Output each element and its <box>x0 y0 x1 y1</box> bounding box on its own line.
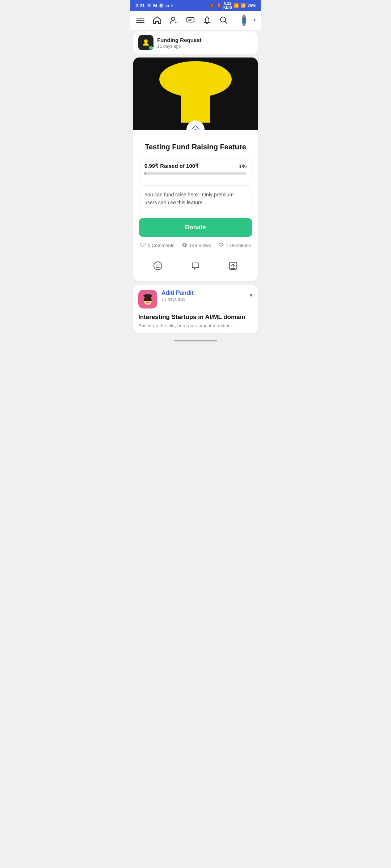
comments-icon <box>140 242 146 249</box>
actions-row <box>139 254 252 275</box>
svg-point-17 <box>159 265 159 265</box>
time-display: 2:21 <box>135 3 145 8</box>
fund-hero-image <box>133 58 258 130</box>
views-icon <box>182 242 188 249</box>
chat-icon[interactable] <box>185 15 196 25</box>
card2-header: Aditi Pandit 11 days ago ▾ <box>138 290 253 309</box>
signal-icon: 📶 <box>241 3 246 8</box>
add-person-icon[interactable] <box>169 15 179 25</box>
search-icon[interactable] <box>219 15 229 25</box>
donations-icon <box>218 242 224 249</box>
progress-info-row: 0.99₹ Raised of 100₹ 1% <box>144 163 247 169</box>
card2-expand-icon[interactable]: ▾ <box>249 291 253 299</box>
svg-rect-1 <box>136 20 144 21</box>
user-avatar[interactable]: 👤 <box>242 14 246 26</box>
card2-author-name[interactable]: Aditi Pandit <box>161 290 245 296</box>
emoji-reaction-button[interactable] <box>150 258 166 274</box>
svg-point-3 <box>172 17 175 21</box>
hero-rect-shape <box>181 79 210 123</box>
mute-icon: 🔕 <box>210 3 215 8</box>
mail-icon: M <box>153 3 157 8</box>
progress-raised-text: 0.99₹ Raised of 100₹ <box>144 163 199 169</box>
comments-stat: 0 Comments <box>140 242 175 249</box>
call-icon: 📵 <box>216 3 222 8</box>
aditi-avatar <box>138 290 157 309</box>
svg-point-12 <box>144 39 148 43</box>
progress-track <box>144 172 247 175</box>
wifi-icon: 📶 <box>234 3 239 8</box>
donations-count: 1 Donations <box>226 243 251 248</box>
partial-card-title: Funding Request <box>157 37 202 43</box>
card2-meta: Aditi Pandit 11 days ago <box>161 290 245 302</box>
svg-rect-6 <box>187 17 194 22</box>
bell-icon[interactable] <box>202 15 212 25</box>
views-count: 148 Views <box>189 243 211 248</box>
partial-card-info: Funding Request 11 days ago <box>157 37 202 49</box>
fund-card-title: Testing Fund Raising Feature <box>139 142 252 152</box>
partial-card-time: 11 days ago <box>157 44 202 49</box>
nav-bar: 👤 ▾ <box>130 11 261 30</box>
svg-point-13 <box>195 130 197 130</box>
linkedin-icon: in <box>165 3 169 8</box>
views-stat: 148 Views <box>182 242 211 249</box>
progress-fill <box>144 172 146 175</box>
fund-description-text: You can fund raise here , Only premium u… <box>144 191 247 207</box>
online-indicator <box>149 46 153 50</box>
progress-percent: 1% <box>239 163 247 169</box>
comment-button[interactable] <box>188 258 203 274</box>
home-bar <box>174 340 217 341</box>
aditi-pandit-card: Aditi Pandit 11 days ago ▾ Interesting S… <box>133 285 258 333</box>
hamburger-menu-icon[interactable] <box>135 15 146 25</box>
status-right: 🔕 📵 0.22KB/S 📶 📶 75% <box>210 1 256 9</box>
status-time: 2:21 ✕ M 彩 in • <box>135 3 173 8</box>
card-avatar-wrap <box>138 35 154 50</box>
svg-point-14 <box>184 244 186 246</box>
svg-rect-2 <box>136 22 144 23</box>
stats-row: 0 Comments 148 Views <box>139 242 252 249</box>
x-icon: ✕ <box>147 3 151 8</box>
svg-rect-0 <box>136 18 144 18</box>
profile-chevron-icon[interactable]: ▾ <box>253 18 256 23</box>
feed: Funding Request 11 days ago Testing Fund… <box>130 31 261 333</box>
fund-description-box: You can fund raise here , Only premium u… <box>139 185 252 212</box>
funding-request-partial-card: Funding Request 11 days ago <box>133 31 258 54</box>
svg-point-15 <box>154 262 162 270</box>
card2-post-title: Interesting Startups in AI/ML domain <box>138 313 253 322</box>
notify-icon: 彩 <box>159 3 163 8</box>
data-speed: 0.22KB/S <box>223 1 232 9</box>
status-bar: 2:21 ✕ M 彩 in • 🔕 📵 0.22KB/S 📶 📶 75% <box>130 0 261 11</box>
share-button[interactable] <box>225 258 241 274</box>
home-indicator <box>130 337 261 343</box>
fund-progress-box: 0.99₹ Raised of 100₹ 1% <box>139 158 252 180</box>
svg-point-16 <box>156 265 157 265</box>
fund-raising-card: Testing Fund Raising Feature 0.99₹ Raise… <box>133 58 258 281</box>
fund-card-body: Testing Fund Raising Feature 0.99₹ Raise… <box>133 130 258 281</box>
card2-post-subtitle: Based on the title, here are some intere… <box>138 323 253 328</box>
home-icon[interactable] <box>152 15 162 25</box>
battery-level: 75% <box>248 3 256 8</box>
comments-count: 0 Comments <box>148 243 175 248</box>
donate-button[interactable]: Donate <box>139 218 252 237</box>
donations-stat: 1 Donations <box>218 242 251 249</box>
svg-line-10 <box>225 22 227 24</box>
card2-post-time: 11 days ago <box>161 297 245 302</box>
dot-icon: • <box>171 3 173 8</box>
